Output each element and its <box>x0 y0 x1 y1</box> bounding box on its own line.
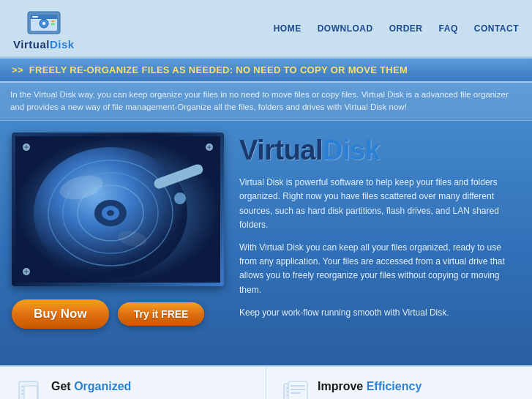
feature-efficiency-title-plain: Improve <box>318 380 367 392</box>
nav-home[interactable]: HOME <box>274 23 301 34</box>
header: VirtualDisk HOME DOWNLOAD ORDER FAQ CONT… <box>0 0 532 57</box>
logo-icon <box>25 6 63 37</box>
svg-rect-3 <box>32 16 38 18</box>
svg-rect-6 <box>51 20 55 22</box>
hero-desc-3: Keep your work-flow running smooth with … <box>239 306 520 320</box>
hero-logo-virtual: Virtual <box>239 135 323 165</box>
feature-organized-title: Get Organized <box>16 380 250 393</box>
promo-banner: >> FREELY RE-ORGANIZE FILES AS NEEDED: N… <box>0 57 532 83</box>
hero-desc-1: Virtual Disk is powerful software to hel… <box>239 176 520 232</box>
nav-contact[interactable]: CONTACT <box>474 23 519 34</box>
banner-arrow: >> <box>12 64 23 75</box>
try-free-button[interactable]: Try it FREE <box>118 302 205 326</box>
main-content: In the Virtual Disk way, you can keep or… <box>0 83 532 365</box>
hdd-svg <box>15 136 220 283</box>
feature-efficiency: Improve Efficiency Share your newly orga… <box>266 367 532 399</box>
hdd-image <box>12 133 224 286</box>
logo-text: VirtualDisk <box>13 38 75 51</box>
nav-faq[interactable]: FAQ <box>439 23 458 34</box>
feature-organized-title-plain: Get <box>51 380 74 392</box>
feature-organized-icon <box>16 380 42 399</box>
feature-efficiency-icon <box>282 380 309 399</box>
hero-left: Buy Now Try it FREE <box>12 133 228 329</box>
logo-disk: Disk <box>50 38 75 51</box>
buy-now-button[interactable]: Buy Now <box>12 299 109 329</box>
nav: HOME DOWNLOAD ORDER FAQ CONTACT <box>274 23 519 34</box>
hero-logo-text: VirtualDisk <box>239 135 520 166</box>
svg-point-15 <box>107 210 114 216</box>
logo-area: VirtualDisk <box>13 6 75 51</box>
svg-rect-38 <box>288 381 307 399</box>
svg-rect-40 <box>291 389 305 390</box>
nav-download[interactable]: DOWNLOAD <box>318 23 373 34</box>
hero-desc-2: With Virtual Disk you can keep all your … <box>239 241 520 297</box>
feature-efficiency-title-accent: Efficiency <box>367 380 422 392</box>
intro-text: In the Virtual Disk way, you can keep or… <box>10 90 509 111</box>
svg-rect-39 <box>291 385 305 387</box>
svg-rect-7 <box>51 23 55 25</box>
svg-point-5 <box>42 22 45 25</box>
svg-point-17 <box>174 193 186 204</box>
feature-organized: Get Organized Keep all your working fold… <box>0 367 266 399</box>
hero-logo-disk: Disk <box>323 135 380 165</box>
svg-rect-41 <box>291 392 301 394</box>
button-row: Buy Now Try it FREE <box>12 299 204 329</box>
banner-text: FREELY RE-ORGANIZE FILES AS NEEDED: NO N… <box>29 64 408 75</box>
logo-virtual: Virtual <box>13 38 50 51</box>
svg-rect-33 <box>24 386 37 399</box>
feature-organized-title-accent: Organized <box>74 380 131 392</box>
hero-right: VirtualDisk Virtual Disk is powerful sof… <box>239 133 520 329</box>
features-section: Get Organized Keep all your working fold… <box>0 365 532 399</box>
intro-bar: In the Virtual Disk way, you can keep or… <box>0 83 532 121</box>
hero-section: Buy Now Try it FREE VirtualDisk Virtual … <box>0 121 532 343</box>
feature-efficiency-title: Improve Efficiency <box>282 380 516 393</box>
nav-order[interactable]: ORDER <box>389 23 423 34</box>
